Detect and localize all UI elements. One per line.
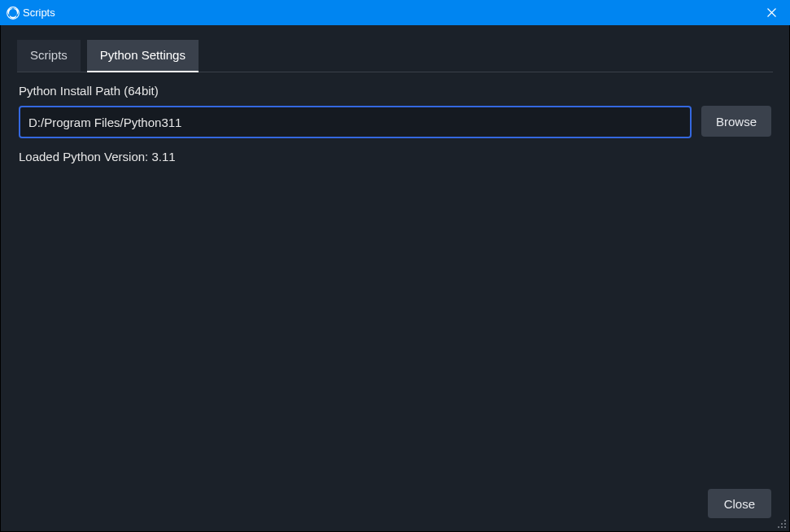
python-path-input[interactable] (19, 106, 692, 138)
loaded-python-status: Loaded Python Version: 3.11 (19, 150, 771, 164)
python-path-label: Python Install Path (64bit) (19, 84, 771, 98)
browse-button[interactable]: Browse (701, 106, 771, 137)
resize-grip[interactable] (776, 518, 786, 528)
tab-bar: Scripts Python Settings (17, 40, 773, 72)
content-area: Python Install Path (64bit) Browse Loade… (1, 72, 789, 479)
close-icon (767, 8, 776, 17)
window-body: Scripts Python Settings Python Install P… (1, 25, 789, 531)
obs-icon (7, 7, 20, 20)
window-title: Scripts (20, 7, 753, 19)
python-path-row: Browse (19, 106, 771, 138)
tab-python-settings[interactable]: Python Settings (87, 40, 199, 72)
close-button[interactable]: Close (708, 489, 771, 518)
footer: Close (1, 479, 789, 531)
tab-scripts[interactable]: Scripts (17, 40, 81, 72)
titlebar[interactable]: Scripts (0, 0, 790, 25)
close-window-button[interactable] (753, 0, 790, 25)
